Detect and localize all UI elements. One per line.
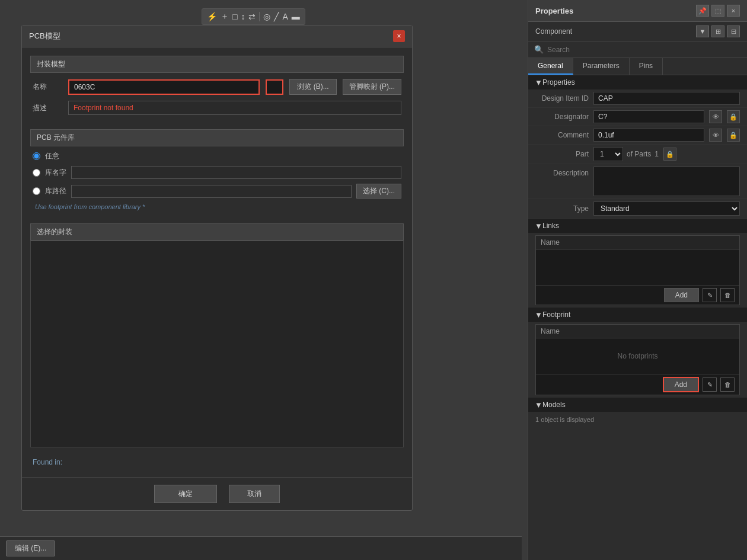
toolbar-icon-7[interactable]: ╱ [274,12,279,21]
desc-row: 描述 Footprint not found [30,101,404,115]
name-extra-input[interactable] [266,79,283,95]
panel-dock-button[interactable]: ⬚ [711,5,724,17]
footprint-section-header[interactable]: Footprint [528,308,747,322]
edit-link-button[interactable]: ✎ [703,288,717,302]
tab-pins[interactable]: Pins [630,58,663,75]
search-input[interactable] [547,46,741,54]
comment-lock-button[interactable]: 🔒 [727,129,740,142]
footprint-model-header: 封装模型 [30,56,404,73]
panel-controls: 📌 ⬚ × [696,5,740,17]
add-footprint-button[interactable]: Add [663,377,699,392]
found-in: Found in: [30,456,404,469]
description-label: Description [535,167,589,177]
toolbar-separator [259,12,260,21]
part-select[interactable]: 1 2 [593,147,623,161]
comment-input[interactable] [593,129,704,142]
browse-button[interactable]: 浏览 (B)... [289,79,336,95]
description-row: Description [528,164,747,199]
search-icon: 🔍 [534,45,544,54]
select-button[interactable]: 选择 (C)... [356,184,401,199]
links-footer: Add ✎ 🗑 [536,285,739,305]
panel-title: Properties [535,7,573,15]
footprint-name-col: Name [536,325,739,338]
panel-close-button[interactable]: × [727,5,740,17]
pcb-library-section: PCB 元件库 任意 库名字 库路径 选择 (C)... Use foo [30,129,404,215]
selected-footprint-header: 选择的封装 [30,223,404,241]
radio-libname[interactable] [33,169,40,177]
bottom-bar: 编辑 (E)... [0,536,522,560]
comment-eye-button[interactable]: 👁 [709,129,722,142]
properties-section-header[interactable]: Properties [528,75,747,89]
toolbar-icon-5[interactable]: ⇄ [248,12,256,21]
designator-eye-button[interactable]: 👁 [709,110,722,123]
no-footprints-text: No footprints [617,352,657,360]
desc-label: 描述 [33,103,62,113]
hint-text: Use footprint from component library * [33,203,401,210]
modal-close-button[interactable]: × [393,30,405,42]
comment-row: Comment 👁 🔒 [528,126,747,145]
panel-pin-button[interactable]: 📌 [696,5,709,17]
filter-button-2[interactable]: ⊞ [711,25,724,37]
toolbar-icon-1[interactable]: ⚡ [207,12,217,21]
edit-button[interactable]: 编辑 (E)... [6,540,55,556]
edit-footprint-button[interactable]: ✎ [703,377,717,392]
footprint-footer: Add ✎ 🗑 [536,374,739,395]
links-table: Name Add ✎ 🗑 [535,235,740,305]
name-input[interactable] [68,79,260,95]
properties-panel: Properties 📌 ⬚ × Component ▼ ⊞ ⊟ 🔍 Gener… [528,0,747,560]
links-name-col: Name [536,236,739,249]
radio-group: 任意 库名字 库路径 选择 (C)... Use footprint from … [30,146,404,215]
filter-button[interactable]: ▼ [696,25,709,37]
toolbar-icon-8[interactable]: A [282,12,288,21]
designator-input[interactable] [593,110,704,123]
footprint-body: No footprints [536,338,739,374]
radio-any[interactable] [33,152,40,160]
radio-libname-row: 库名字 [33,166,401,179]
design-item-id-input[interactable] [593,92,740,105]
ok-button[interactable]: 确定 [154,485,217,503]
delete-link-button[interactable]: 🗑 [720,288,735,302]
of-parts-value: 1 [655,150,659,158]
toolbar-icon-4[interactable]: ↕ [241,12,245,21]
tab-general[interactable]: General [528,58,573,75]
links-body [536,249,739,285]
cancel-button[interactable]: 取消 [229,485,280,503]
selected-footprint-content [30,241,404,447]
radio-any-row: 任意 [33,151,401,161]
panel-content: Properties Design Item ID Designator 👁 🔒… [528,75,747,560]
toolbar-icon-3[interactable]: □ [232,12,237,21]
pcb-model-dialog: PCB模型 × 封装模型 名称 浏览 (B)... 管脚映射 (P)... 描述… [21,25,413,511]
filter-button-3[interactable]: ⊟ [727,25,740,37]
radio-any-label: 任意 [45,151,59,161]
toolbar-icon-6[interactable]: ◎ [263,12,270,21]
links-section-header[interactable]: Links [528,219,747,233]
description-input[interactable] [593,167,740,196]
tab-parameters[interactable]: Parameters [573,58,630,75]
modal-titlebar: PCB模型 × [22,25,412,47]
panel-titlebar: Properties 📌 ⬚ × [528,0,747,22]
radio-libpath[interactable] [33,187,40,195]
libname-input[interactable] [71,166,401,179]
radio-libpath-label: 库路径 [45,186,66,196]
component-label: Component [535,27,572,36]
models-section-header[interactable]: Models [528,398,747,412]
design-item-id-label: Design Item ID [535,94,589,103]
toolbar: ⚡ ＋ □ ↕ ⇄ ◎ ╱ A ▬ [202,8,305,25]
footprint-model-section: 封装模型 名称 浏览 (B)... 管脚映射 (P)... 描述 Footpri… [30,56,404,121]
toolbar-icon-2[interactable]: ＋ [221,11,229,22]
type-select[interactable]: Standard Mechanical Graphical Net Tie St… [593,201,740,216]
modal-title: PCB模型 [29,31,60,41]
pinmap-button[interactable]: 管脚映射 (P)... [343,79,401,95]
delete-footprint-button[interactable]: 🗑 [720,377,735,392]
add-link-button[interactable]: Add [664,288,699,302]
part-lock-button[interactable]: 🔒 [663,148,676,161]
designator-lock-button[interactable]: 🔒 [727,110,740,123]
pcb-library-header: PCB 元件库 [30,129,404,146]
toolbar-icon-9[interactable]: ▬ [292,12,300,21]
libpath-input[interactable] [71,185,352,198]
designator-row: Designator 👁 🔒 [528,108,747,126]
selected-footprint-section: 选择的封装 [30,223,404,447]
part-controls: 1 2 of Parts 1 [593,147,659,161]
comment-label: Comment [535,131,589,139]
radio-libpath-row: 库路径 选择 (C)... [33,184,401,199]
